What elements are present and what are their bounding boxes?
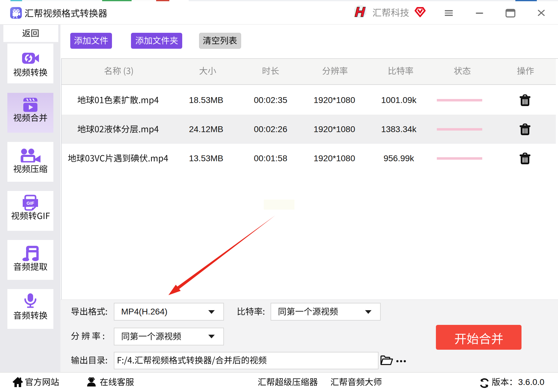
svg-text:H: H bbox=[353, 5, 367, 19]
svg-text:GIF: GIF bbox=[27, 200, 34, 206]
